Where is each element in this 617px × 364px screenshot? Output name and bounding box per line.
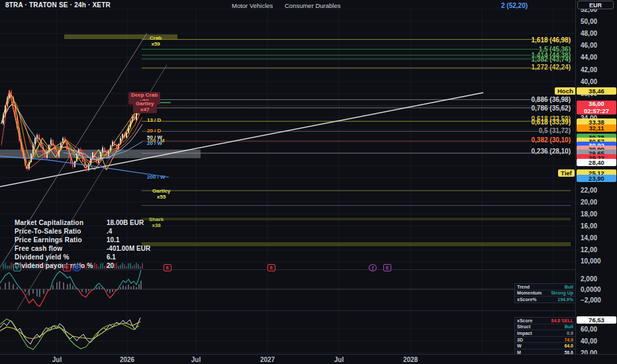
tradingview-chart-window: 1,618 (46,98)1,5 (45,36)1,414 (44,38)1,3… xyxy=(0,0,617,364)
currency-button[interactable]: EUR xyxy=(577,1,614,9)
fib-levels-layer xyxy=(0,34,571,246)
price-axis-tick: −2,000 xyxy=(581,296,601,304)
price-axis[interactable]: 52,0050,0048,0046,0044,0042,0040,0038,00… xyxy=(575,0,617,364)
price-axis-tick: 46,00 xyxy=(581,42,597,49)
price-axis-badge: 32,11 xyxy=(577,124,616,132)
price-axis-badge: 28,40 xyxy=(577,159,616,166)
price-axis-tick: 2,000 xyxy=(581,275,597,283)
time-axis-tick: Jul xyxy=(191,356,201,363)
oscillator-panel xyxy=(0,270,575,306)
price-axis-tick: 50,00 xyxy=(581,18,597,25)
time-axis[interactable]: Jul2026Jul2027Jul2028 xyxy=(0,354,617,364)
price-axis-tick: 42,00 xyxy=(581,66,597,73)
price-axis-tick: 18,00 xyxy=(581,210,597,218)
volume-layer xyxy=(3,263,143,269)
price-axis-tick: 20,00 xyxy=(581,199,597,206)
price-axis-badge: 38,46 xyxy=(577,87,616,95)
price-axis-tick: 44,00 xyxy=(581,54,597,61)
price-axis-tick: 0,0000 xyxy=(581,286,601,293)
price-axis-badge: 76,53 xyxy=(577,316,616,324)
time-axis-tick: Jul xyxy=(334,356,344,363)
price-axis-tick: 60,00 xyxy=(581,326,597,333)
price-axis-tick: 48,00 xyxy=(581,30,597,37)
price-axis-tick: 16,00 xyxy=(581,222,597,230)
time-axis-tick: 2027 xyxy=(260,356,275,363)
price-axis-tick: 10,000 xyxy=(581,257,601,265)
time-axis-tick: Jul xyxy=(52,356,62,363)
price-axis-tick: 40,00 xyxy=(581,338,597,345)
time-axis-tick: 2026 xyxy=(120,356,134,363)
price-axis-tick: 40,00 xyxy=(581,78,597,85)
tab-consumer-durables[interactable]: Consumer Durables xyxy=(285,2,340,9)
rsi-panel xyxy=(0,318,140,349)
tab-motor-vehicles[interactable]: Motor Vehicles xyxy=(232,2,273,9)
grid-layer xyxy=(0,9,575,354)
symbol-title[interactable]: 8TRA · TRATON SE · 24h · XETR xyxy=(5,1,111,9)
chart-topbar: 8TRA · TRATON SE · 24h · XETR Motor Vehi… xyxy=(0,0,617,9)
price-axis-tick: 14,00 xyxy=(581,234,597,242)
time-axis-tick: 2028 xyxy=(403,356,418,363)
price-axis-tick: 22,00 xyxy=(581,187,597,194)
price-axis-badge: 23,90 xyxy=(577,175,616,182)
price-axis-badge: 36,0002:57:27 xyxy=(577,101,616,114)
chart-canvas[interactable] xyxy=(0,0,575,354)
drawing-value-label: 2 (52,20) xyxy=(501,2,528,9)
price-axis-tick: 12,00 xyxy=(581,246,597,253)
